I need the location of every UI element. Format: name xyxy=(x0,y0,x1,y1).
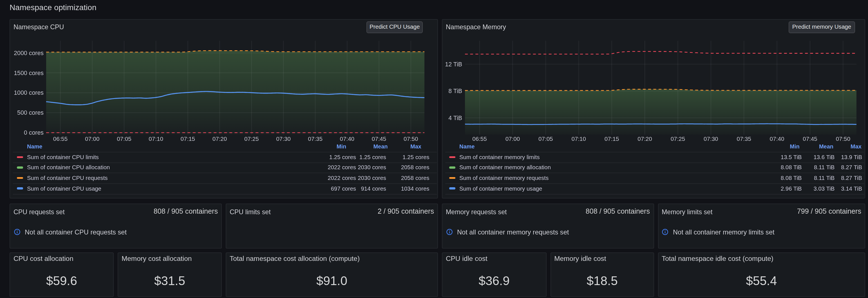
svg-text:07:40: 07:40 xyxy=(340,135,354,142)
svg-text:07:30: 07:30 xyxy=(276,135,291,142)
svg-text:07:50: 07:50 xyxy=(404,135,418,142)
svg-text:07:25: 07:25 xyxy=(244,135,259,142)
svg-text:07:45: 07:45 xyxy=(372,135,386,142)
svg-text:07:10: 07:10 xyxy=(149,135,163,142)
svg-text:07:20: 07:20 xyxy=(213,135,227,142)
svg-text:06:55: 06:55 xyxy=(472,135,487,142)
svg-text:8 TiB: 8 TiB xyxy=(448,88,462,94)
svg-text:07:10: 07:10 xyxy=(571,135,586,142)
svg-text:0 cores: 0 cores xyxy=(24,129,43,136)
svg-text:07:20: 07:20 xyxy=(638,135,652,142)
svg-text:07:00: 07:00 xyxy=(85,135,100,142)
svg-text:2000 cores: 2000 cores xyxy=(14,49,43,56)
svg-text:07:00: 07:00 xyxy=(505,135,520,142)
svg-text:07:45: 07:45 xyxy=(803,135,817,142)
svg-text:07:30: 07:30 xyxy=(704,135,718,142)
svg-text:12 TiB: 12 TiB xyxy=(445,61,462,67)
svg-text:07:25: 07:25 xyxy=(671,135,685,142)
svg-text:07:05: 07:05 xyxy=(538,135,553,142)
svg-text:07:05: 07:05 xyxy=(117,135,131,142)
svg-text:4 TiB: 4 TiB xyxy=(448,114,462,121)
svg-text:1500 cores: 1500 cores xyxy=(14,69,43,76)
svg-text:1000 cores: 1000 cores xyxy=(14,89,43,96)
svg-text:500 cores: 500 cores xyxy=(17,109,43,116)
svg-text:07:40: 07:40 xyxy=(770,135,784,142)
svg-text:07:35: 07:35 xyxy=(737,135,751,142)
svg-text:06:55: 06:55 xyxy=(53,135,68,142)
svg-text:07:50: 07:50 xyxy=(836,135,850,142)
svg-text:07:15: 07:15 xyxy=(604,135,619,142)
svg-text:07:35: 07:35 xyxy=(308,135,322,142)
svg-text:07:15: 07:15 xyxy=(181,135,195,142)
